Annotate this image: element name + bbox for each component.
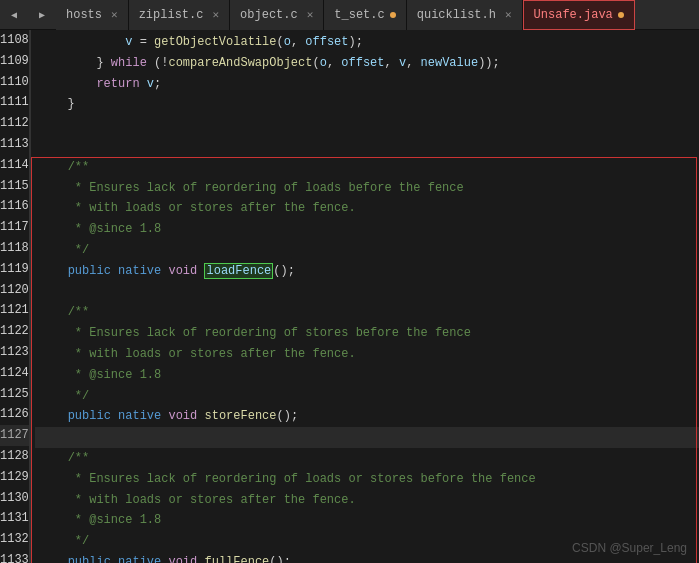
code-line-1116: * with loads or stores after the fence. [35, 198, 699, 219]
ln-1133: 1133 [0, 550, 29, 563]
code-line-1129: * Ensures lack of reordering of loads or… [35, 469, 699, 490]
ln-1131: 1131 [0, 508, 29, 529]
tab-hosts[interactable]: hosts ✕ [56, 0, 129, 30]
code-line-1128: /** [35, 448, 699, 469]
ln-1118: 1118 [0, 238, 29, 259]
ln-1120: 1120 [0, 280, 29, 301]
code-line-1127 [35, 427, 699, 448]
tab-object-close[interactable]: ✕ [307, 8, 314, 21]
code-line-1115: * Ensures lack of reordering of loads be… [35, 178, 699, 199]
watermark: CSDN @Super_Leng [572, 541, 687, 555]
code-line-1126: public native void storeFence(); [35, 406, 699, 427]
editor: 1108 1109 1110 1111 1112 1113 1114 1115 … [0, 30, 699, 563]
tab-quicklist-close[interactable]: ✕ [505, 8, 512, 21]
tab-tset[interactable]: t_set.c [324, 0, 406, 30]
code-line-1131: * @since 1.8 [35, 510, 699, 531]
tab-unsafe-label: Unsafe.java [534, 8, 613, 22]
ln-1127: 1127 [0, 425, 29, 446]
ln-1112: 1112 [0, 113, 29, 134]
ln-1121: 1121 [0, 300, 29, 321]
tab-object[interactable]: object.c ✕ [230, 0, 324, 30]
tab-hosts-close[interactable]: ✕ [111, 8, 118, 21]
line-numbers: 1108 1109 1110 1111 1112 1113 1114 1115 … [0, 30, 29, 563]
code-line-1109: } while (!compareAndSwapObject(o, offset… [35, 53, 699, 74]
code-line-1122: * Ensures lack of reordering of stores b… [35, 323, 699, 344]
ln-1115: 1115 [0, 176, 29, 197]
tab-quicklist[interactable]: quicklist.h ✕ [407, 0, 523, 30]
code-line-1110: return v; [35, 74, 699, 95]
code-line-1108: v = getObjectVolatile(o, offset); [35, 32, 699, 53]
code-line-1121: /** [35, 302, 699, 323]
ln-1124: 1124 [0, 363, 29, 384]
code-line-1120 [35, 282, 699, 303]
ln-1132: 1132 [0, 529, 29, 550]
code-line-1114: /** [35, 157, 699, 178]
ln-1111: 1111 [0, 92, 29, 113]
code-line-1113 [35, 136, 699, 157]
code-line-1112 [35, 115, 699, 136]
code-line-1125: */ [35, 386, 699, 407]
tab-hosts-label: hosts [66, 8, 102, 22]
ln-1123: 1123 [0, 342, 29, 363]
tab-tset-dot [390, 12, 396, 18]
ln-1117: 1117 [0, 217, 29, 238]
tab-ziplist-close[interactable]: ✕ [212, 8, 219, 21]
ln-1126: 1126 [0, 404, 29, 425]
ln-1110: 1110 [0, 72, 29, 93]
ln-1114: 1114 [0, 155, 29, 176]
ln-1122: 1122 [0, 321, 29, 342]
code-area[interactable]: v = getObjectVolatile(o, offset); } whil… [29, 30, 699, 563]
ln-1119: 1119 [0, 259, 29, 280]
tab-object-label: object.c [240, 8, 298, 22]
ln-1109: 1109 [0, 51, 29, 72]
ln-1108: 1108 [0, 30, 29, 51]
ln-1130: 1130 [0, 488, 29, 509]
code-line-1124: * @since 1.8 [35, 365, 699, 386]
tab-unsafe[interactable]: Unsafe.java [523, 0, 635, 30]
tab-nav-prev[interactable]: ◀ [0, 0, 28, 30]
tab-tset-label: t_set.c [334, 8, 384, 22]
code-line-1118: */ [35, 240, 699, 261]
tab-nav-next[interactable]: ▶ [28, 0, 56, 30]
ln-1129: 1129 [0, 467, 29, 488]
ln-1128: 1128 [0, 446, 29, 467]
tab-unsafe-dot [618, 12, 624, 18]
code-line-1117: * @since 1.8 [35, 219, 699, 240]
code-line-1111: } [35, 94, 699, 115]
tab-ziplist[interactable]: ziplist.c ✕ [129, 0, 230, 30]
ln-1113: 1113 [0, 134, 29, 155]
code-line-1123: * with loads or stores after the fence. [35, 344, 699, 365]
tab-ziplist-label: ziplist.c [139, 8, 204, 22]
code-line-1130: * with loads or stores after the fence. [35, 490, 699, 511]
tab-bar: ◀ ▶ hosts ✕ ziplist.c ✕ object.c ✕ t_set… [0, 0, 699, 30]
code-line-1119: public native void loadFence(); [35, 261, 699, 282]
ln-1125: 1125 [0, 384, 29, 405]
ln-1116: 1116 [0, 196, 29, 217]
tab-quicklist-label: quicklist.h [417, 8, 496, 22]
